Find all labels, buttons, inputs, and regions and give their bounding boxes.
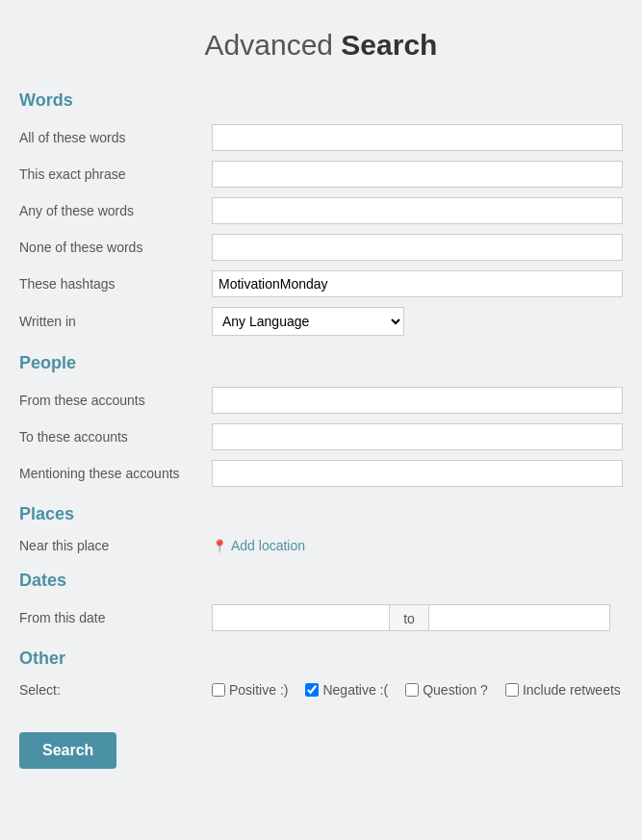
select-label: Select: bbox=[19, 682, 212, 698]
places-section-title: Places bbox=[19, 504, 623, 524]
written-in-label: Written in bbox=[19, 314, 212, 329]
negative-checkbox[interactable] bbox=[305, 683, 319, 697]
places-section: Places Near this place 📍 Add location bbox=[19, 504, 623, 553]
include-retweets-checkbox[interactable] bbox=[505, 683, 519, 697]
positive-checkbox-label[interactable]: Positive :) bbox=[212, 682, 288, 698]
page-title: Advanced Search bbox=[19, 29, 623, 62]
from-accounts-input[interactable] bbox=[212, 387, 623, 414]
these-hashtags-label: These hashtags bbox=[19, 276, 212, 292]
negative-checkbox-label[interactable]: Negative :( bbox=[305, 682, 388, 698]
written-in-row: Written in Any Language English Spanish … bbox=[19, 307, 623, 336]
from-accounts-row: From these accounts bbox=[19, 387, 623, 414]
other-options-row: Select: Positive :) Negative :( Question… bbox=[19, 682, 623, 698]
any-of-these-words-input[interactable] bbox=[212, 197, 623, 224]
search-button[interactable]: Search bbox=[19, 732, 116, 769]
words-section-title: Words bbox=[19, 90, 623, 111]
positive-checkbox-text: Positive :) bbox=[229, 682, 288, 698]
add-location-link[interactable]: 📍 Add location bbox=[212, 538, 305, 553]
near-this-place-label: Near this place bbox=[19, 538, 212, 553]
mentioning-accounts-label: Mentioning these accounts bbox=[19, 466, 212, 481]
these-hashtags-row: These hashtags bbox=[19, 270, 623, 297]
all-these-words-input[interactable] bbox=[212, 124, 623, 151]
other-section-title: Other bbox=[19, 649, 623, 669]
these-hashtags-input[interactable] bbox=[212, 270, 623, 297]
date-range-inputs: to bbox=[212, 604, 610, 631]
this-exact-phrase-input[interactable] bbox=[212, 161, 623, 188]
to-accounts-row: To these accounts bbox=[19, 423, 623, 450]
all-these-words-label: All of these words bbox=[19, 130, 212, 145]
add-location-text: Add location bbox=[231, 538, 305, 553]
this-exact-phrase-label: This exact phrase bbox=[19, 166, 212, 182]
people-section-title: People bbox=[19, 353, 623, 373]
question-checkbox-text: Question ? bbox=[423, 682, 488, 698]
people-section: People From these accounts To these acco… bbox=[19, 353, 623, 487]
date-to-input[interactable] bbox=[428, 604, 610, 631]
location-pin-icon: 📍 bbox=[212, 539, 227, 553]
from-this-date-label: From this date bbox=[19, 610, 212, 625]
words-section: Words All of these words This exact phra… bbox=[19, 90, 623, 336]
none-of-these-words-label: None of these words bbox=[19, 240, 212, 255]
dates-section-title: Dates bbox=[19, 571, 623, 591]
question-checkbox-label[interactable]: Question ? bbox=[405, 682, 488, 698]
include-retweets-checkbox-label[interactable]: Include retweets bbox=[505, 682, 621, 698]
checkboxes-container: Positive :) Negative :( Question ? Inclu… bbox=[212, 682, 621, 698]
date-to-separator: to bbox=[390, 604, 428, 631]
to-accounts-input[interactable] bbox=[212, 423, 623, 450]
near-this-place-row: Near this place 📍 Add location bbox=[19, 538, 623, 553]
to-accounts-label: To these accounts bbox=[19, 429, 212, 445]
negative-checkbox-text: Negative :( bbox=[322, 682, 388, 698]
any-of-these-words-label: Any of these words bbox=[19, 203, 212, 218]
date-from-input[interactable] bbox=[212, 604, 390, 631]
positive-checkbox[interactable] bbox=[212, 683, 225, 697]
none-of-these-words-input[interactable] bbox=[212, 234, 623, 261]
mentioning-accounts-row: Mentioning these accounts bbox=[19, 460, 623, 487]
other-section: Other Select: Positive :) Negative :( Qu… bbox=[19, 649, 623, 698]
dates-section: Dates From this date to bbox=[19, 571, 623, 631]
from-this-date-row: From this date to bbox=[19, 604, 623, 631]
any-of-these-words-row: Any of these words bbox=[19, 197, 623, 224]
all-these-words-row: All of these words bbox=[19, 124, 623, 151]
mentioning-accounts-input[interactable] bbox=[212, 460, 623, 487]
from-accounts-label: From these accounts bbox=[19, 393, 212, 408]
none-of-these-words-row: None of these words bbox=[19, 234, 623, 261]
written-in-select[interactable]: Any Language English Spanish French Germ… bbox=[212, 307, 404, 336]
include-retweets-checkbox-text: Include retweets bbox=[523, 682, 621, 698]
this-exact-phrase-row: This exact phrase bbox=[19, 161, 623, 188]
question-checkbox[interactable] bbox=[405, 683, 419, 697]
